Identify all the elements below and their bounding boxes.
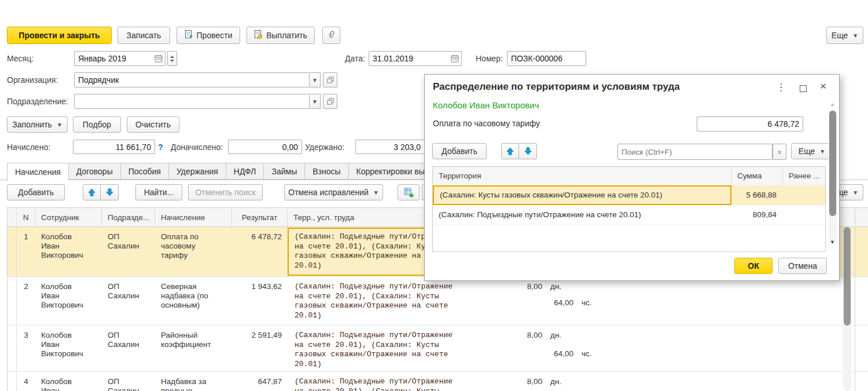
dialog-move-down-button[interactable] (519, 143, 537, 159)
tab-deductions[interactable]: Удержания (169, 163, 226, 180)
col-result-header[interactable]: Результат (232, 208, 288, 226)
table-row[interactable]: 3 Колобов Иван Викторович ОП Сахалин Рай… (7, 326, 868, 372)
cell-n: 3 (17, 326, 35, 371)
department-input[interactable] (75, 94, 309, 108)
post-document-icon (185, 30, 193, 41)
month-field[interactable] (74, 51, 165, 66)
dialog-close-icon[interactable]: × (820, 81, 826, 91)
dialog-scrollbar-thumb[interactable] (829, 111, 836, 216)
number-field[interactable] (507, 51, 586, 66)
tab-accruals[interactable]: Начисления (7, 163, 69, 181)
dialog-maximize-icon[interactable] (800, 84, 807, 94)
help-question-icon[interactable]: ? (158, 142, 163, 152)
table-scrollbar[interactable] (843, 227, 851, 391)
additional-field[interactable] (228, 140, 302, 154)
col-n-header[interactable]: N (17, 208, 35, 226)
dialog-add-button[interactable]: Добавить (432, 143, 487, 159)
dialog-table-row[interactable]: (Сахалин: Подъездные пути/Отражение на с… (433, 205, 825, 225)
dialog-cell-territory[interactable]: (Сахалин: Подъездные пути/Отражение на с… (433, 205, 731, 225)
pick-button[interactable]: Подбор (73, 116, 121, 133)
table-row[interactable]: 4 Колобов Иван Викторович ОП Сахалин Над… (7, 372, 868, 391)
undo-corrections-button[interactable]: Отмена исправлений▼ (284, 184, 383, 200)
pay-button[interactable]: Выплатить (247, 27, 315, 44)
month-input[interactable] (75, 52, 165, 65)
tab-contributions[interactable]: Взносы (305, 163, 348, 180)
calendar-icon[interactable] (153, 53, 164, 64)
fill-button[interactable]: Заполнить▼ (7, 116, 68, 133)
dialog-search-input[interactable] (618, 144, 772, 159)
form-more-button[interactable]: Еще▼ (826, 27, 863, 44)
table-add-icon (404, 188, 414, 198)
dialog-more-icon[interactable]: ⋮ (776, 82, 786, 92)
add-territory-column-button[interactable] (398, 184, 420, 200)
tab-loans[interactable]: Займы (264, 163, 305, 180)
col-dept-header[interactable]: Подразде... (102, 208, 155, 226)
accrued-input[interactable] (73, 140, 155, 154)
add-row-button[interactable]: Добавить (7, 184, 65, 200)
tab-ndfl[interactable]: НДФЛ (226, 163, 264, 180)
organization-dropdown-button[interactable]: ▼ (310, 72, 321, 87)
table-right-divider (855, 207, 855, 391)
dialog-accrual-field[interactable] (697, 116, 803, 131)
dialog-clear-search-button[interactable]: x (773, 144, 786, 160)
territory-text: (Сахалин: Подъездные пути/Отражение на с… (295, 282, 464, 320)
tab-benefits[interactable]: Пособия (121, 163, 169, 180)
accrued-field[interactable] (73, 140, 155, 154)
dialog-scrollbar[interactable] (829, 109, 837, 243)
department-open-button[interactable] (323, 94, 337, 109)
col-employee-header[interactable]: Сотрудник (35, 208, 102, 226)
dialog-title: Распределение по территориям и условиям … (433, 81, 680, 93)
pay-document-icon (254, 30, 263, 41)
accrued-label: Начислено: (7, 142, 50, 152)
post-button[interactable]: Провести (176, 27, 240, 44)
department-dropdown-button[interactable]: ▼ (310, 94, 321, 109)
dialog-cancel-button[interactable]: Отмена (778, 258, 827, 274)
maximize-square-icon (800, 85, 807, 92)
move-up-button[interactable] (83, 184, 101, 200)
chevron-down-icon: ▼ (852, 189, 858, 196)
tab-label: Договоры (76, 167, 113, 176)
dialog-col-territory-header[interactable]: Территория (433, 167, 731, 185)
dialog-col-earlier-header[interactable]: Ранее ... (783, 167, 825, 185)
dialog-scroll-up-icon[interactable]: ▲ (830, 101, 835, 107)
number-input[interactable] (507, 52, 586, 65)
calendar-icon[interactable] (449, 53, 461, 64)
dialog-scroll-down-icon[interactable]: ▼ (830, 239, 835, 245)
dialog-cell-territory-selected[interactable]: (Сахалин: Кусты газовых скважин/Отражени… (433, 185, 731, 205)
clear-button[interactable]: Очистить (127, 116, 179, 133)
dialog-ok-button[interactable]: ОК (734, 258, 773, 274)
save-button[interactable]: Записать (117, 27, 170, 44)
table-row[interactable]: 2 Колобов Иван Викторович ОП Сахалин Сев… (7, 277, 868, 326)
cell-dept: ОП Сахалин (108, 282, 144, 301)
dialog-employee-link[interactable]: Колобов Иван Викторович (433, 100, 539, 110)
department-field[interactable] (74, 94, 310, 109)
cell-days: 8,00 (496, 282, 542, 291)
tab-contracts[interactable]: Договоры (69, 163, 121, 180)
organization-open-button[interactable] (323, 72, 337, 87)
date-input[interactable] (369, 52, 461, 65)
territory-text: (Сахалин: Подъездные пути/Отражение на с… (295, 377, 464, 391)
cell-employee: Колобов Иван Викторович (41, 377, 87, 391)
organization-input[interactable] (75, 73, 309, 87)
attachments-button[interactable] (322, 27, 340, 44)
move-down-button[interactable] (101, 184, 119, 200)
organization-field[interactable] (74, 72, 310, 87)
post-and-close-button[interactable]: Провести и закрыть (7, 27, 112, 44)
dialog-table-row[interactable]: (Сахалин: Кусты газовых скважин/Отражени… (433, 185, 825, 205)
find-button[interactable]: Найти... (135, 184, 182, 200)
additional-input[interactable] (229, 140, 301, 154)
table-scrollbar-thumb[interactable] (844, 227, 851, 326)
dialog-accrual-label: Оплата по часовому тарифу (433, 119, 540, 128)
date-field[interactable] (369, 51, 462, 66)
col-accrual-header[interactable]: Начисление (155, 208, 232, 226)
dialog-col-sum-header[interactable]: Сумма (731, 167, 783, 185)
dialog-accrual-input[interactable] (697, 117, 803, 131)
cell-n: 4 (17, 372, 35, 391)
cancel-search-button[interactable]: Отменить поиск (188, 184, 263, 200)
month-spinner[interactable] (167, 51, 177, 66)
dialog-search-field[interactable] (617, 144, 773, 160)
tab-label: Удержания (176, 167, 218, 176)
distribution-dialog: Распределение по территориям и условиям … (424, 74, 840, 281)
dialog-move-up-button[interactable] (501, 143, 519, 159)
dialog-more-button[interactable]: Еще▼ (791, 143, 833, 159)
